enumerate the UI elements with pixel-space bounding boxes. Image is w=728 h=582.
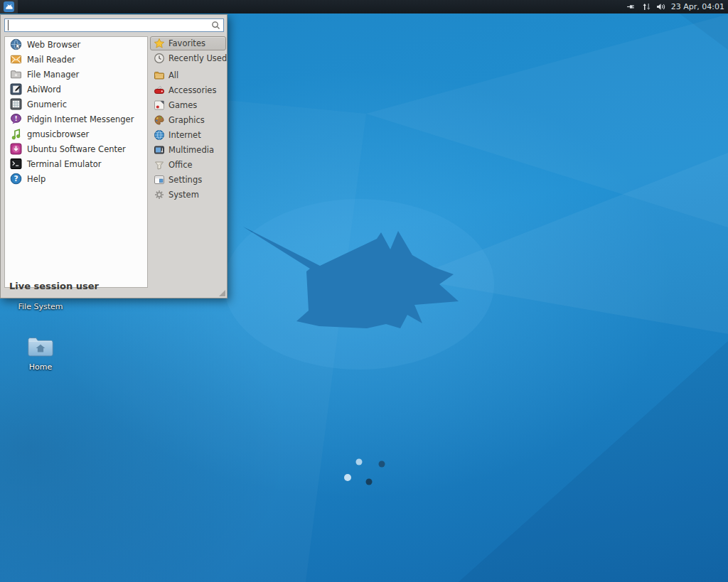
session-user-label: Live session user xyxy=(1,281,99,291)
application-list: Web BrowserMail ReaderFile ManagerAbiWor… xyxy=(4,36,148,288)
panel-clock: 23 Apr, 04:01 xyxy=(671,2,728,11)
category-item-label: Office xyxy=(168,160,193,170)
settings-icon xyxy=(154,174,165,185)
category-item-label: Accessories xyxy=(168,85,216,95)
all-folder-icon xyxy=(154,70,165,81)
abiword-icon xyxy=(10,83,22,95)
games-icon xyxy=(154,99,165,111)
category-item-label: Multimedia xyxy=(168,145,214,155)
category-item-games[interactable]: Games xyxy=(150,98,226,112)
category-item-settings[interactable]: Settings xyxy=(150,173,226,187)
svg-text:!: ! xyxy=(14,115,17,122)
app-item-label: Pidgin Internet Messenger xyxy=(27,114,134,124)
category-item-favorites[interactable]: Favorites xyxy=(150,36,226,50)
category-item-label: Settings xyxy=(168,175,202,185)
category-item-internet[interactable]: Internet xyxy=(150,128,226,142)
app-item-label: Ubuntu Software Center xyxy=(27,144,126,154)
terminal-icon xyxy=(10,158,22,170)
office-icon xyxy=(154,159,165,171)
internet-icon xyxy=(154,129,165,141)
applications-menu-button[interactable] xyxy=(0,0,18,14)
mail-reader-icon xyxy=(10,53,22,65)
app-item-abiword[interactable]: AbiWord xyxy=(5,82,147,97)
desktop-icon-label: Home xyxy=(18,362,63,372)
system-tray xyxy=(626,3,671,11)
graphics-icon xyxy=(154,114,165,126)
app-item-label: Terminal Emulator xyxy=(27,159,102,169)
power-manager-plug-icon[interactable] xyxy=(626,3,637,11)
search-input[interactable] xyxy=(8,20,211,31)
gmusicbrowser-icon xyxy=(10,128,22,140)
category-item-label: Internet xyxy=(168,130,201,140)
app-item-mail-reader[interactable]: Mail Reader xyxy=(5,52,147,67)
app-item-label: AbiWord xyxy=(27,85,61,95)
app-item-label: File Manager xyxy=(27,70,79,80)
category-list: FavoritesRecently UsedAllAccessoriesGame… xyxy=(150,36,226,203)
category-item-recently-used[interactable]: Recently Used xyxy=(150,51,226,65)
software-center-icon xyxy=(10,143,22,155)
app-item-help[interactable]: ?Help xyxy=(5,171,147,186)
help-icon: ? xyxy=(10,173,22,185)
category-item-label: All xyxy=(168,70,178,80)
svg-text:?: ? xyxy=(14,174,18,183)
home-folder-icon xyxy=(26,335,55,359)
file-manager-icon xyxy=(10,68,22,80)
app-item-ubuntu-software-center[interactable]: Ubuntu Software Center xyxy=(5,141,147,156)
app-item-gnumeric[interactable]: Gnumeric xyxy=(5,97,147,112)
favorites-icon xyxy=(154,38,165,49)
app-item-pidgin-internet-messenger[interactable]: !Pidgin Internet Messenger xyxy=(5,112,147,126)
multimedia-icon xyxy=(154,144,165,156)
menu-footer: Live session user xyxy=(1,274,227,298)
category-item-label: Games xyxy=(168,100,197,110)
app-item-terminal-emulator[interactable]: Terminal Emulator xyxy=(5,156,147,171)
recently-used-icon xyxy=(154,53,165,64)
category-item-office[interactable]: Office xyxy=(150,158,226,172)
desktop-icon-home[interactable]: Home xyxy=(18,335,63,372)
menu-resize-grip[interactable] xyxy=(219,290,225,296)
desktop-icon-label: File System xyxy=(13,302,68,311)
category-item-label: System xyxy=(168,190,199,200)
category-item-all[interactable]: All xyxy=(150,68,226,82)
category-item-label: Recently Used xyxy=(168,53,227,63)
category-item-graphics[interactable]: Graphics xyxy=(150,113,226,127)
gnumeric-icon xyxy=(10,98,22,110)
system-icon xyxy=(154,189,165,200)
category-item-system[interactable]: System xyxy=(150,188,226,202)
search-icon xyxy=(211,21,220,30)
app-item-label: Help xyxy=(27,174,46,184)
wallpaper-facet xyxy=(459,341,728,582)
network-updown-arrows-icon[interactable] xyxy=(642,3,651,11)
desktop-icon-file-system[interactable]: File System xyxy=(13,302,68,311)
app-item-gmusicbrowser[interactable]: gmusicbrowser xyxy=(5,126,147,141)
category-item-label: Favorites xyxy=(168,38,205,48)
accessories-icon xyxy=(154,85,165,96)
app-item-label: Mail Reader xyxy=(27,55,75,65)
top-panel: 23 Apr, 04:01 xyxy=(0,0,728,14)
pidgin-icon: ! xyxy=(10,113,22,125)
app-item-label: Web Browser xyxy=(27,40,80,50)
wallpaper-glow xyxy=(224,199,494,370)
search-box[interactable] xyxy=(4,18,224,32)
volume-icon[interactable] xyxy=(656,3,666,11)
xubuntu-logo-icon xyxy=(4,1,14,12)
app-item-label: Gnumeric xyxy=(27,99,67,109)
category-item-multimedia[interactable]: Multimedia xyxy=(150,143,226,157)
category-item-label: Graphics xyxy=(168,115,205,125)
app-item-file-manager[interactable]: File Manager xyxy=(5,67,147,82)
app-item-web-browser[interactable]: Web Browser xyxy=(5,37,147,52)
loading-spinner xyxy=(344,459,385,485)
app-item-label: gmusicbrowser xyxy=(27,129,89,139)
whisker-menu: Web BrowserMail ReaderFile ManagerAbiWor… xyxy=(0,14,228,298)
web-browser-icon xyxy=(10,38,22,50)
category-item-accessories[interactable]: Accessories xyxy=(150,83,226,97)
